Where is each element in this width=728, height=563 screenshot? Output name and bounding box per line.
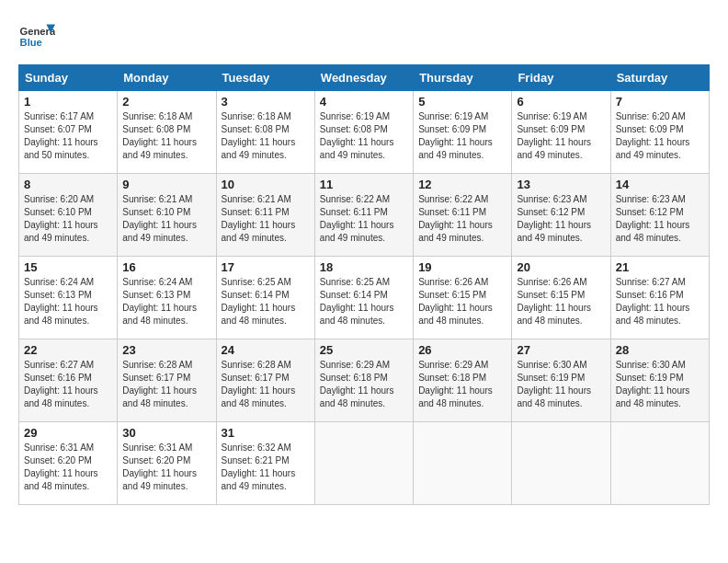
- weekday-label: Wednesday: [314, 65, 413, 91]
- calendar-day-cell: [512, 422, 610, 505]
- weekday-label: Monday: [118, 65, 216, 91]
- day-number: 4: [320, 95, 408, 109]
- calendar-day-cell: 4 Sunrise: 6:19 AMSunset: 6:08 PMDayligh…: [314, 91, 413, 174]
- day-number: 18: [320, 260, 408, 274]
- day-number: 23: [122, 343, 210, 357]
- day-number: 20: [517, 260, 605, 274]
- day-info: Sunrise: 6:29 AMSunset: 6:18 PMDaylight:…: [418, 359, 506, 410]
- day-info: Sunrise: 6:18 AMSunset: 6:08 PMDaylight:…: [222, 110, 310, 162]
- calendar-week-row: 8 Sunrise: 6:20 AMSunset: 6:10 PMDayligh…: [19, 174, 710, 257]
- weekday-label: Saturday: [610, 65, 709, 91]
- calendar-day-cell: [314, 422, 413, 505]
- day-info: Sunrise: 6:19 AMSunset: 6:08 PMDaylight:…: [320, 110, 408, 162]
- day-info: Sunrise: 6:30 AMSunset: 6:19 PMDaylight:…: [616, 359, 704, 410]
- day-number: 6: [517, 95, 605, 109]
- calendar-day-cell: [414, 422, 512, 505]
- calendar-day-cell: 10 Sunrise: 6:21 AMSunset: 6:11 PMDaylig…: [216, 174, 314, 257]
- calendar-day-cell: 3 Sunrise: 6:18 AMSunset: 6:08 PMDayligh…: [216, 91, 314, 174]
- day-number: 31: [222, 426, 310, 440]
- calendar-day-cell: 24 Sunrise: 6:28 AMSunset: 6:17 PMDaylig…: [216, 339, 314, 422]
- calendar-day-cell: 9 Sunrise: 6:21 AMSunset: 6:10 PMDayligh…: [118, 174, 216, 257]
- day-number: 15: [24, 260, 112, 274]
- calendar-day-cell: [610, 422, 709, 505]
- calendar-day-cell: 7 Sunrise: 6:20 AMSunset: 6:09 PMDayligh…: [610, 91, 709, 174]
- day-info: Sunrise: 6:25 AMSunset: 6:14 PMDaylight:…: [222, 276, 310, 327]
- day-info: Sunrise: 6:20 AMSunset: 6:09 PMDaylight:…: [616, 110, 704, 162]
- calendar-day-cell: 15 Sunrise: 6:24 AMSunset: 6:13 PMDaylig…: [19, 257, 118, 339]
- day-info: Sunrise: 6:27 AMSunset: 6:16 PMDaylight:…: [616, 276, 704, 327]
- calendar-day-cell: 21 Sunrise: 6:27 AMSunset: 6:16 PMDaylig…: [610, 257, 709, 339]
- calendar-day-cell: 12 Sunrise: 6:22 AMSunset: 6:11 PMDaylig…: [414, 174, 512, 257]
- calendar-week-row: 29 Sunrise: 6:31 AMSunset: 6:20 PMDaylig…: [19, 422, 710, 505]
- calendar-week-row: 15 Sunrise: 6:24 AMSunset: 6:13 PMDaylig…: [19, 257, 710, 339]
- day-number: 1: [24, 95, 112, 109]
- day-info: Sunrise: 6:31 AMSunset: 6:20 PMDaylight:…: [24, 442, 112, 493]
- day-number: 10: [222, 178, 310, 191]
- day-number: 12: [418, 178, 506, 191]
- day-info: Sunrise: 6:17 AMSunset: 6:07 PMDaylight:…: [24, 110, 112, 162]
- day-info: Sunrise: 6:18 AMSunset: 6:08 PMDaylight:…: [122, 110, 210, 162]
- calendar-day-cell: 6 Sunrise: 6:19 AMSunset: 6:09 PMDayligh…: [512, 91, 610, 174]
- weekday-label: Sunday: [19, 65, 118, 91]
- day-number: 8: [24, 178, 112, 191]
- day-number: 9: [122, 178, 210, 191]
- day-number: 7: [616, 95, 704, 109]
- calendar-day-cell: 30 Sunrise: 6:31 AMSunset: 6:20 PMDaylig…: [118, 422, 216, 505]
- day-info: Sunrise: 6:21 AMSunset: 6:10 PMDaylight:…: [122, 193, 210, 245]
- day-number: 11: [320, 178, 408, 191]
- calendar-day-cell: 19 Sunrise: 6:26 AMSunset: 6:15 PMDaylig…: [414, 257, 512, 339]
- day-info: Sunrise: 6:32 AMSunset: 6:21 PMDaylight:…: [222, 442, 310, 493]
- day-number: 27: [517, 343, 605, 357]
- weekday-label: Friday: [512, 65, 610, 91]
- day-number: 19: [418, 260, 506, 274]
- day-info: Sunrise: 6:31 AMSunset: 6:20 PMDaylight:…: [122, 442, 210, 493]
- calendar-week-row: 1 Sunrise: 6:17 AMSunset: 6:07 PMDayligh…: [19, 91, 710, 174]
- calendar-day-cell: 23 Sunrise: 6:28 AMSunset: 6:17 PMDaylig…: [118, 339, 216, 422]
- day-info: Sunrise: 6:22 AMSunset: 6:11 PMDaylight:…: [418, 193, 506, 245]
- day-info: Sunrise: 6:30 AMSunset: 6:19 PMDaylight:…: [517, 359, 605, 410]
- calendar-day-cell: 31 Sunrise: 6:32 AMSunset: 6:21 PMDaylig…: [216, 422, 314, 505]
- calendar-day-cell: 26 Sunrise: 6:29 AMSunset: 6:18 PMDaylig…: [414, 339, 512, 422]
- day-number: 13: [517, 178, 605, 191]
- calendar-week-row: 22 Sunrise: 6:27 AMSunset: 6:16 PMDaylig…: [19, 339, 710, 422]
- calendar-day-cell: 5 Sunrise: 6:19 AMSunset: 6:09 PMDayligh…: [414, 91, 512, 174]
- calendar-day-cell: 28 Sunrise: 6:30 AMSunset: 6:19 PMDaylig…: [610, 339, 709, 422]
- day-info: Sunrise: 6:23 AMSunset: 6:12 PMDaylight:…: [616, 193, 704, 245]
- day-number: 22: [24, 343, 112, 357]
- day-number: 21: [616, 260, 704, 274]
- calendar-body: 1 Sunrise: 6:17 AMSunset: 6:07 PMDayligh…: [19, 91, 710, 505]
- day-info: Sunrise: 6:19 AMSunset: 6:09 PMDaylight:…: [517, 110, 605, 162]
- day-info: Sunrise: 6:27 AMSunset: 6:16 PMDaylight:…: [24, 359, 112, 410]
- calendar-day-cell: 16 Sunrise: 6:24 AMSunset: 6:13 PMDaylig…: [118, 257, 216, 339]
- page-header: General Blue: [18, 18, 710, 55]
- day-number: 5: [418, 95, 506, 109]
- day-info: Sunrise: 6:24 AMSunset: 6:13 PMDaylight:…: [122, 276, 210, 327]
- calendar-table: SundayMondayTuesdayWednesdayThursdayFrid…: [18, 64, 710, 505]
- day-info: Sunrise: 6:25 AMSunset: 6:14 PMDaylight:…: [320, 276, 408, 327]
- day-number: 26: [418, 343, 506, 357]
- day-number: 3: [222, 95, 310, 109]
- day-info: Sunrise: 6:21 AMSunset: 6:11 PMDaylight:…: [222, 193, 310, 245]
- day-info: Sunrise: 6:26 AMSunset: 6:15 PMDaylight:…: [517, 276, 605, 327]
- calendar-day-cell: 13 Sunrise: 6:23 AMSunset: 6:12 PMDaylig…: [512, 174, 610, 257]
- logo: General Blue: [18, 18, 55, 55]
- weekday-header-row: SundayMondayTuesdayWednesdayThursdayFrid…: [19, 65, 710, 91]
- day-info: Sunrise: 6:29 AMSunset: 6:18 PMDaylight:…: [320, 359, 408, 410]
- calendar-day-cell: 17 Sunrise: 6:25 AMSunset: 6:14 PMDaylig…: [216, 257, 314, 339]
- calendar-day-cell: 8 Sunrise: 6:20 AMSunset: 6:10 PMDayligh…: [19, 174, 118, 257]
- calendar-day-cell: 11 Sunrise: 6:22 AMSunset: 6:11 PMDaylig…: [314, 174, 413, 257]
- day-number: 24: [222, 343, 310, 357]
- day-number: 29: [24, 426, 112, 440]
- weekday-label: Tuesday: [216, 65, 314, 91]
- logo-icon: General Blue: [18, 18, 55, 55]
- calendar-day-cell: 1 Sunrise: 6:17 AMSunset: 6:07 PMDayligh…: [19, 91, 118, 174]
- weekday-label: Thursday: [414, 65, 512, 91]
- day-number: 25: [320, 343, 408, 357]
- svg-text:Blue: Blue: [20, 37, 42, 48]
- day-number: 30: [122, 426, 210, 440]
- day-info: Sunrise: 6:22 AMSunset: 6:11 PMDaylight:…: [320, 193, 408, 245]
- day-number: 2: [122, 95, 210, 109]
- day-info: Sunrise: 6:26 AMSunset: 6:15 PMDaylight:…: [418, 276, 506, 327]
- day-info: Sunrise: 6:28 AMSunset: 6:17 PMDaylight:…: [122, 359, 210, 410]
- calendar-day-cell: 25 Sunrise: 6:29 AMSunset: 6:18 PMDaylig…: [314, 339, 413, 422]
